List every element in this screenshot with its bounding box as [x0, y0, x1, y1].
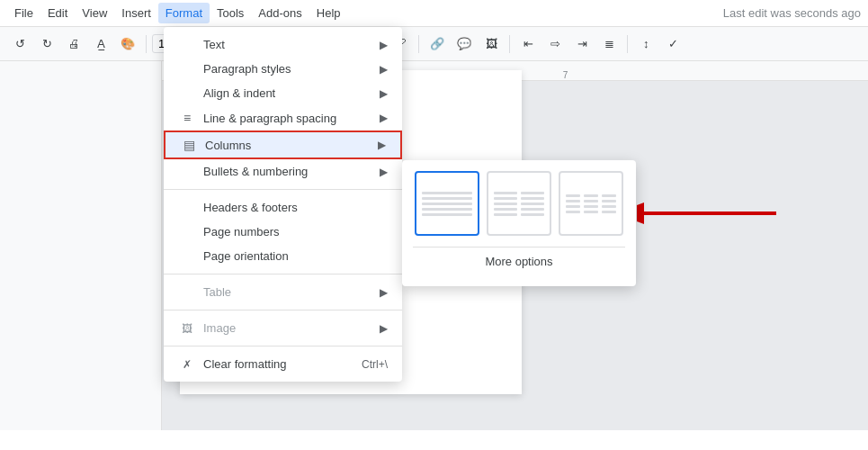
col-line [422, 202, 472, 205]
columns-submenu: More options [402, 160, 636, 286]
col-line [602, 200, 616, 202]
align-right-button[interactable]: ⇥ [569, 32, 595, 57]
bullets-label: Bullets & numbering [203, 165, 380, 178]
image-label: Image [203, 321, 380, 335]
three-column-visual [560, 181, 622, 226]
line-spacing-label: Line & paragraph spacing [203, 112, 380, 125]
menu-item-image[interactable]: 🖼 Image ▶ [164, 316, 402, 340]
col-line-group-3a [566, 186, 580, 220]
col-line [521, 192, 544, 194]
menu-file[interactable]: File [7, 3, 40, 23]
redo-button[interactable]: ↻ [34, 32, 59, 57]
align-justify-button[interactable]: ≣ [596, 32, 622, 57]
align-indent-arrow: ▶ [380, 87, 388, 100]
spellcheck-button[interactable]: A̲ [88, 32, 113, 57]
two-column-option[interactable] [487, 171, 551, 236]
page-orientation-label: Page orientation [203, 249, 388, 263]
bullets-arrow: ▶ [380, 166, 388, 178]
menu-item-clear-formatting[interactable]: ✗ Clear formatting Ctrl+\ [164, 352, 402, 376]
menu-item-line-spacing[interactable]: ≡ Line & paragraph spacing ▶ [164, 105, 402, 130]
line-spacing-icon: ≡ [178, 111, 196, 125]
col-line [584, 200, 598, 202]
columns-icon: ▤ [180, 138, 198, 152]
link-button[interactable]: 🔗 [425, 32, 450, 57]
line-spacing-button[interactable]: ↕ [633, 32, 658, 57]
checklist-button[interactable]: ✓ [660, 32, 685, 57]
col-line [494, 208, 517, 211]
toolbar: ↺ ↻ 🖨 A̲ 🎨 100% ▾ 11 + B I U A 🖊 🔗 💬 🖼 ⇤… [0, 27, 868, 61]
toolbar-sep-1 [146, 35, 147, 53]
last-edit-text: Last edit was seconds ago [723, 6, 861, 20]
print-button[interactable]: 🖨 [61, 32, 86, 57]
menu-tools[interactable]: Tools [210, 3, 251, 23]
columns-arrow: ▶ [378, 139, 386, 151]
menu-view[interactable]: View [75, 3, 114, 23]
menu-bar: File Edit View Insert Format Tools Add-o… [0, 0, 868, 27]
col-line-group-3c [602, 186, 616, 220]
menu-item-table[interactable]: Table ▶ [164, 280, 402, 304]
col-line [602, 205, 616, 208]
col-line [521, 213, 544, 216]
paragraph-styles-label: Paragraph styles [203, 62, 380, 76]
col-line [494, 192, 517, 194]
menu-item-page-orientation[interactable]: Page orientation [164, 244, 402, 268]
menu-item-text[interactable]: Text ▶ [164, 32, 402, 57]
menu-item-headers-footers[interactable]: Headers & footers [164, 195, 402, 220]
col-line [566, 200, 580, 202]
clear-formatting-shortcut: Ctrl+\ [362, 358, 388, 371]
comment-button[interactable]: 💬 [452, 32, 477, 57]
two-column-visual [488, 181, 550, 226]
undo-button[interactable]: ↺ [7, 32, 32, 57]
col-line [494, 202, 517, 205]
col-line-group-2a [494, 186, 517, 220]
image-button[interactable]: 🖼 [479, 32, 504, 57]
col-line [566, 194, 580, 197]
menu-divider-2 [164, 274, 402, 274]
col-line [584, 194, 598, 197]
text-label: Text [203, 38, 380, 51]
menu-format[interactable]: Format [158, 3, 210, 23]
one-column-visual [416, 181, 478, 226]
three-column-option[interactable] [559, 171, 623, 236]
more-options-button[interactable]: More options [413, 247, 625, 275]
menu-item-align-indent[interactable]: Align & indent ▶ [164, 81, 402, 105]
toolbar-sep-5 [509, 35, 510, 53]
col-line [521, 197, 544, 200]
menu-item-columns[interactable]: ▤ Columns ▶ [164, 130, 402, 159]
menu-insert[interactable]: Insert [114, 3, 158, 23]
menu-item-paragraph-styles[interactable]: Paragraph styles ▶ [164, 57, 402, 81]
col-line [584, 205, 598, 208]
align-center-button[interactable]: ⇨ [542, 32, 568, 57]
col-line [521, 202, 544, 205]
menu-edit[interactable]: Edit [40, 3, 75, 23]
headers-footers-label: Headers & footers [203, 201, 388, 214]
col-line-group-2b [521, 186, 544, 220]
column-options-group [413, 171, 625, 236]
menu-item-page-numbers[interactable]: Page numbers [164, 220, 402, 244]
table-label: Table [203, 285, 380, 299]
col-line [602, 194, 616, 197]
menu-help[interactable]: Help [309, 3, 348, 23]
menu-item-bullets[interactable]: Bullets & numbering ▶ [164, 159, 402, 184]
page-numbers-label: Page numbers [203, 225, 388, 238]
table-arrow: ▶ [380, 286, 388, 299]
col-line [422, 213, 472, 216]
columns-label: Columns [205, 139, 378, 152]
col-line [521, 208, 544, 211]
col-line [602, 211, 616, 213]
col-line-group-1 [422, 186, 472, 220]
menu-divider-3 [164, 310, 402, 310]
toolbar-sep-6 [627, 35, 628, 53]
col-line [422, 208, 472, 211]
menu-addons[interactable]: Add-ons [251, 3, 309, 23]
align-left-button[interactable]: ⇤ [515, 32, 541, 57]
clear-formatting-icon: ✗ [178, 358, 196, 371]
paragraph-styles-arrow: ▶ [380, 63, 388, 76]
col-line [422, 192, 472, 194]
clear-formatting-label: Clear formatting [203, 357, 362, 371]
paint-format-button[interactable]: 🎨 [115, 32, 140, 57]
col-line [422, 197, 472, 200]
one-column-option[interactable] [415, 171, 479, 236]
line-spacing-arrow: ▶ [380, 112, 388, 124]
col-line [566, 211, 580, 213]
